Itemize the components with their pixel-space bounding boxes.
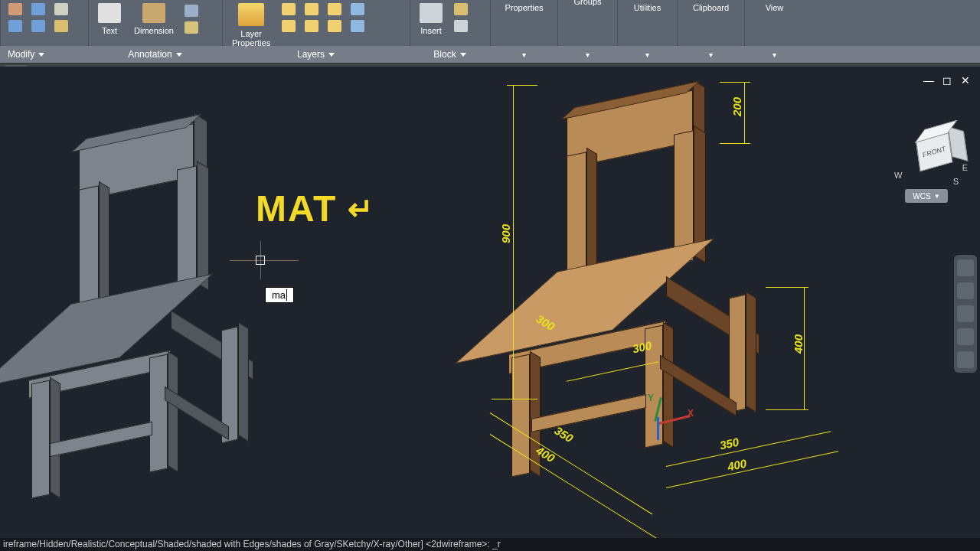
compass-s: S: [953, 177, 959, 186]
layer-t1[interactable]: [279, 2, 298, 17]
drawing-canvas[interactable]: — ◻ ✕ ma MAT ↵: [0, 67, 980, 538]
block-t1[interactable]: [451, 2, 470, 17]
nav-zoom-icon[interactable]: [957, 305, 974, 322]
dim-200: 200: [730, 97, 743, 116]
chevron-down-icon: [460, 53, 466, 57]
dim-line: [513, 85, 514, 399]
model-chair-wood: [490, 74, 819, 503]
enter-icon: ↵: [348, 191, 375, 227]
clipboard-panel[interactable]: Clipboard: [688, 2, 733, 14]
view-panel[interactable]: View: [761, 2, 789, 14]
dimension-button[interactable]: Dimension: [129, 2, 178, 37]
layer-t4[interactable]: [302, 18, 321, 34]
close-button[interactable]: ✕: [959, 74, 972, 86]
view-expand[interactable]: ▾: [744, 51, 804, 59]
layer-properties-button[interactable]: Layer Properties: [227, 2, 275, 49]
maximize-button[interactable]: ◻: [940, 74, 954, 86]
insert-label: Insert: [420, 26, 442, 35]
model-chair-gray: [42, 97, 256, 510]
modify-tool-5[interactable]: [51, 2, 70, 17]
nav-pan-icon[interactable]: [957, 282, 974, 299]
dimension-label: Dimension: [134, 26, 174, 35]
compass-e: E: [962, 163, 968, 172]
properties-panel[interactable]: Properties: [500, 2, 547, 14]
ucs-icon: X Y: [643, 393, 689, 439]
nav-showmotion-icon[interactable]: [957, 351, 974, 368]
groups-expand[interactable]: ▾: [557, 51, 617, 59]
chevron-down-icon: [38, 53, 44, 57]
dim-900: 900: [499, 224, 512, 243]
modify-tool-1[interactable]: [5, 2, 24, 17]
layer-props-label: Layer Properties: [232, 29, 270, 47]
viewport-window-controls: — ◻ ✕: [922, 74, 972, 86]
compass-w: W: [894, 171, 902, 180]
nav-orbit-icon[interactable]: [957, 328, 974, 345]
anno-tool-1[interactable]: [182, 3, 201, 18]
ribbon: Text Dimension Layer Properties: [0, 0, 980, 46]
wcs-button[interactable]: WCS▼: [905, 189, 948, 203]
utilities-expand[interactable]: ▾: [617, 51, 677, 59]
layer-t5[interactable]: [325, 2, 344, 17]
chevron-down-icon: [176, 53, 182, 57]
modify-tool-3[interactable]: [28, 2, 47, 17]
properties-expand[interactable]: ▾: [490, 51, 557, 59]
layer-t2[interactable]: [279, 18, 298, 34]
chevron-down-icon: [328, 53, 335, 57]
layer-t7[interactable]: [348, 2, 367, 17]
navigation-bar: [954, 255, 977, 373]
text-label: Text: [102, 26, 117, 35]
viewcube[interactable]: FRONT W E S WCS▼: [894, 122, 968, 203]
minimize-button[interactable]: —: [922, 74, 936, 86]
overlay-hint: MAT ↵: [256, 187, 375, 230]
command-line[interactable]: ireframe/Hidden/Realistic/Conceptual/Sha…: [0, 538, 980, 551]
block-t2[interactable]: [451, 18, 470, 34]
modify-panel-title[interactable]: Modify: [0, 49, 88, 60]
modify-tool-6[interactable]: [51, 18, 70, 34]
panel-titles: Modify Annotation Layers Block ▾ ▾ ▾ ▾ ▾: [0, 46, 980, 63]
nav-fullnav-icon[interactable]: [957, 259, 974, 276]
clipboard-expand[interactable]: ▾: [677, 51, 744, 59]
modify-tool-2[interactable]: [5, 18, 24, 34]
block-panel-title[interactable]: Block: [410, 49, 490, 60]
layer-t8[interactable]: [348, 18, 367, 34]
utilities-panel[interactable]: Utilities: [629, 2, 665, 14]
layer-t3[interactable]: [302, 2, 321, 17]
layers-panel-title[interactable]: Layers: [222, 49, 410, 60]
anno-tool-2[interactable]: [182, 20, 201, 35]
dim-400: 400: [792, 334, 805, 354]
text-button[interactable]: Text: [93, 2, 126, 37]
dynamic-input[interactable]: ma: [265, 287, 294, 303]
layer-t6[interactable]: [325, 18, 344, 34]
insert-button[interactable]: Insert: [415, 2, 447, 37]
modify-tool-4[interactable]: [28, 18, 47, 34]
groups-panel[interactable]: Groups: [569, 0, 606, 12]
annotation-panel-title[interactable]: Annotation: [88, 49, 222, 60]
